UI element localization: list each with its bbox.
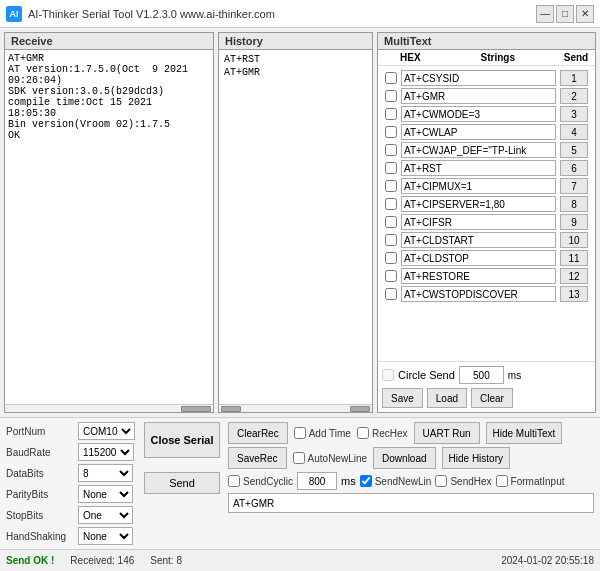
history-scroll-thumb2[interactable] [350,406,370,412]
mt-checkbox-6[interactable] [385,162,397,174]
mt-send-btn-2[interactable]: 2 [560,88,588,104]
add-time-check[interactable]: Add Time [294,427,351,439]
maximize-button[interactable]: □ [556,5,574,23]
add-time-checkbox[interactable] [294,427,306,439]
mt-send-btn-11[interactable]: 11 [560,250,588,266]
mt-checkbox-1[interactable] [385,72,397,84]
mt-send-btn-7[interactable]: 7 [560,178,588,194]
send-newlin-checkbox[interactable] [360,475,372,487]
panels-row: Receive AT+GMR AT version:1.7.5.0(Oct 9 … [0,28,600,417]
clear-button[interactable]: Clear [471,388,513,408]
mt-checkbox-9[interactable] [385,216,397,228]
mt-checkbox-11[interactable] [385,252,397,264]
mt-input-1[interactable] [401,70,556,86]
rec-hex-checkbox[interactable] [357,427,369,439]
history-content[interactable]: AT+RSTAT+GMR [219,50,372,404]
portnum-select[interactable]: COM10 [78,422,135,440]
stopbits-select[interactable]: One [78,506,133,524]
handshaking-label: HandShaking [6,531,74,542]
baudrate-select[interactable]: 115200 [78,443,134,461]
history-item[interactable]: AT+RST [222,53,369,66]
mt-input-13[interactable] [401,286,556,302]
send-cyclic-checkbox[interactable] [228,475,240,487]
databits-label: DataBits [6,468,74,479]
hide-history-button[interactable]: Hide History [442,447,510,469]
send-input[interactable] [228,493,594,513]
mt-input-6[interactable] [401,160,556,176]
mt-checkbox-8[interactable] [385,198,397,210]
mt-checkbox-10[interactable] [385,234,397,246]
download-button[interactable]: Download [373,447,435,469]
send-newlin-check[interactable]: SendNewLin [360,475,432,487]
mt-row: 1 [381,69,592,87]
handshaking-select[interactable]: None [78,527,133,545]
mt-checkbox-7[interactable] [385,180,397,192]
title-bar: AI AI-Thinker Serial Tool V1.2.3.0 www.a… [0,0,600,28]
receive-scroll-thumb[interactable] [181,406,211,412]
mt-input-5[interactable] [401,142,556,158]
mt-row: 10 [381,231,592,249]
save-button[interactable]: Save [382,388,423,408]
auto-newline-check[interactable]: AutoNewLine [293,452,367,464]
format-input-check[interactable]: FormatInput [496,475,565,487]
minimize-button[interactable]: — [536,5,554,23]
mt-input-2[interactable] [401,88,556,104]
close-button[interactable]: ✕ [576,5,594,23]
mt-input-8[interactable] [401,196,556,212]
mt-row: 12 [381,267,592,285]
send-hex-checkbox[interactable] [435,475,447,487]
hide-multitext-button[interactable]: Hide MultiText [486,422,563,444]
mt-input-12[interactable] [401,268,556,284]
paritybits-select[interactable]: None [78,485,133,503]
mt-input-9[interactable] [401,214,556,230]
databits-select[interactable]: 8 [78,464,133,482]
mt-send-btn-10[interactable]: 10 [560,232,588,248]
format-input-checkbox[interactable] [496,475,508,487]
mt-row: 13 [381,285,592,303]
close-serial-button[interactable]: Close Serial [144,422,220,458]
history-scroll-thumb[interactable] [221,406,241,412]
mt-input-7[interactable] [401,178,556,194]
mt-input-3[interactable] [401,106,556,122]
mt-input-10[interactable] [401,232,556,248]
mt-send-btn-13[interactable]: 13 [560,286,588,302]
circle-send-value[interactable] [459,366,504,384]
mt-send-btn-8[interactable]: 8 [560,196,588,212]
mt-send-btn-1[interactable]: 1 [560,70,588,86]
mt-input-11[interactable] [401,250,556,266]
mt-checkbox-3[interactable] [385,108,397,120]
mt-send-btn-3[interactable]: 3 [560,106,588,122]
history-scrollbar[interactable] [219,404,372,412]
send-cyclic-row: SendCyclic ms SendNewLin SendHex FormatI… [228,472,594,490]
mt-checkbox-12[interactable] [385,270,397,282]
mt-input-4[interactable] [401,124,556,140]
mt-checkbox-4[interactable] [385,126,397,138]
mt-checkbox-13[interactable] [385,288,397,300]
circle-send-checkbox[interactable] [382,369,394,381]
middle-controls: Close Serial Send [144,422,220,494]
uart-run-button[interactable]: UART Run [414,422,480,444]
clear-rec-button[interactable]: ClearRec [228,422,288,444]
mt-send-btn-12[interactable]: 12 [560,268,588,284]
send-cyclic-check[interactable]: SendCyclic [228,475,293,487]
mt-send-btn-4[interactable]: 4 [560,124,588,140]
mt-send-btn-5[interactable]: 5 [560,142,588,158]
cyclic-ms-input[interactable] [297,472,337,490]
send-button[interactable]: Send [144,472,220,494]
paritybits-control: ParityBits None [6,485,136,503]
history-item[interactable]: AT+GMR [222,66,369,79]
save-rec-button[interactable]: SaveRec [228,447,287,469]
mt-checkbox-5[interactable] [385,144,397,156]
mt-send-btn-9[interactable]: 9 [560,214,588,230]
rec-hex-check[interactable]: RecHex [357,427,408,439]
receive-content[interactable]: AT+GMR AT version:1.7.5.0(Oct 9 2021 09:… [5,50,213,404]
mt-checkbox-2[interactable] [385,90,397,102]
history-panel: History AT+RSTAT+GMR [218,32,373,413]
mt-send-btn-6[interactable]: 6 [560,160,588,176]
load-button[interactable]: Load [427,388,467,408]
send-column-header: Send [561,52,591,63]
send-hex-check[interactable]: SendHex [435,475,491,487]
receive-scrollbar[interactable] [5,404,213,412]
port-settings: PortNum COM10 BaudRate 115200 DataBits 8… [6,422,136,545]
auto-newline-checkbox[interactable] [293,452,305,464]
